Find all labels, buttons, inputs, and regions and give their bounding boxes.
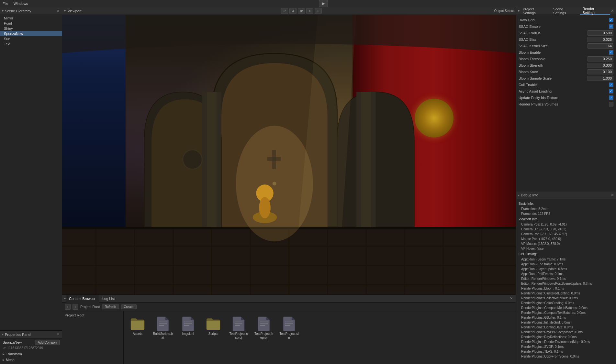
debug-close-button[interactable]: ✕ [611,193,614,197]
tab-project-settings[interactable]: Project Settings [520,7,550,15]
timing-item: Editor::RenderWindowsPostSceneUpdate: 0.… [519,281,613,286]
properties-panel: ▾ Properties Panel ✕ SponzaNew Add Compo… [0,330,62,364]
hierarchy-item-sun[interactable]: Sun [0,36,62,41]
tab-log-list[interactable]: Log List [99,295,118,303]
file-item[interactable]: TestProject.csproj [227,314,250,341]
menu-file[interactable]: File [3,2,8,6]
timing-item: RenderPlugins::TLAS: 0.1ms [519,349,613,354]
properties-header: ▾ Properties Panel ✕ [0,331,62,338]
tab-scene-settings[interactable]: Scene Settings [551,7,579,15]
cull-enable-checkbox[interactable] [609,83,613,87]
scene-hierarchy-header: ▾ Scene Hierarchy ✕ [0,7,62,15]
draw-grid-checkbox[interactable] [609,18,613,22]
left-panel: ▾ Scene Hierarchy ✕ Mirror Point Shiny S… [0,7,62,364]
file-item[interactable]: BuildScripts.bat [151,314,174,341]
ssao-enable-checkbox[interactable] [609,24,613,29]
hierarchy-item-text[interactable]: Text [0,41,62,47]
file-label: Assets [133,332,142,336]
render-settings-content: Draw Grid SSAO Enable SSAO Radius SSAO B… [516,15,616,192]
menu-windows[interactable]: Windows [14,2,28,6]
file-item[interactable]: imgui.ini [177,314,199,341]
timing-item: App::Run - PollEvents: 0.1ms [519,271,613,276]
select-circle-button[interactable]: ○ [306,8,313,14]
rotate-tool-button[interactable]: ↺ [289,8,297,14]
viewport-pin-icon: ▾ [64,9,66,13]
viewport-canvas[interactable] [62,15,516,294]
transform-component[interactable]: ▶ Transform [3,351,60,357]
timing-item: RenderPlugins::RayReflections: 0.0ms [519,335,613,339]
tab-content-browser[interactable]: Content Browser [66,295,99,303]
update-entity-ids-texture-checkbox[interactable] [609,95,613,100]
ssao-bias-input[interactable] [588,37,613,42]
hierarchy-list: Mirror Point Shiny SponzaNew Sun Text [0,15,62,330]
properties-content: SponzaNew Add Compon Id: 111613388171288… [0,338,62,364]
svg-rect-9 [361,92,371,227]
file-browser-sidebar: Project Root [62,311,124,364]
render-physics-volumes-checkbox[interactable] [609,102,613,106]
folder-icon [129,315,146,332]
bloom-sample-scale-row: Bloom Sample Scale [519,75,613,82]
camera-button[interactable]: □ [315,8,322,14]
update-entity-ids-texture-row: Update Entity Ids Texture [519,94,613,101]
bloom-enable-checkbox[interactable] [609,50,613,55]
file-item[interactable]: TestProject.heproj [252,314,275,341]
timing-item: RenderPlugins::ComputeTextBatches: 0.0ms [519,310,613,315]
right-close-button[interactable]: ✕ [611,9,614,13]
bloom-knee-input[interactable] [588,69,613,74]
properties-pin-icon: ▾ [2,333,4,336]
timing-item: RenderPlugins::ComputeMeshBatches: 0.0ms [519,305,613,310]
ssao-kernel-size-row: SSAO Kernel Size [519,43,613,49]
timing-item: RenderPlugins::GBuffer: 0.1ms [519,315,613,320]
right-pin-icon: ▾ [518,9,520,13]
bloom-sample-scale-input[interactable] [588,76,613,81]
hierarchy-item-point[interactable]: Point [0,21,62,26]
bloom-strength-input[interactable] [588,63,613,68]
svg-point-13 [273,182,276,185]
ssao-bias-label: SSAO Bias [519,38,588,41]
sidebar-project-root[interactable]: Project Root [65,313,121,318]
arch-scene-bg [62,15,516,294]
properties-close-button[interactable]: ✕ [56,332,60,337]
viewport-info-title: Viewport Info: [519,217,613,222]
timing-item: App::Run - Layer update: 0.8ms [519,267,613,271]
timing-item: RenderPlugins::ClusteredLighting: 0.0ms [519,291,613,296]
update-entity-ids-texture-label: Update Entity Ids Texture [519,96,609,100]
nav-forward-button[interactable]: › [73,304,78,310]
mouse-pos-value: Mouse Pos: (1876.0, 460.0) [519,237,613,241]
async-asset-loading-checkbox[interactable] [609,89,613,94]
hierarchy-item-mirror[interactable]: Mirror [0,16,62,21]
bloom-threshold-input[interactable] [588,56,613,61]
file-item[interactable]: Scripts [202,314,225,341]
bottom-close-button[interactable]: ✕ [509,296,514,301]
debug-title: Debug Info [521,193,538,197]
add-component-button[interactable]: Add Compon [35,340,60,345]
ssao-kernel-size-input[interactable] [588,43,613,49]
timing-item: RenderPlugins::RayPBRComposite: 0.0ms [519,330,613,335]
nav-back-button[interactable]: ‹ [65,304,71,310]
async-asset-loading-row: Async Asset Loading [519,88,613,94]
hierarchy-item-shiny[interactable]: Shiny [0,26,62,31]
scene-svg [62,15,516,294]
hierarchy-item-sponzanew[interactable]: SponzaNew [0,31,62,36]
properties-title: Properties Panel [5,333,54,336]
mesh-component[interactable]: ▶ Mesh [3,357,60,363]
viewport-header: ▾ Viewport ⤢ ↺ ⟳ ○ □ Output Select [62,7,516,15]
file-item[interactable]: TestProject.sln [278,314,300,341]
basic-info-title: Basic Info: [519,201,613,206]
transform-tool-button[interactable]: ⤢ [281,8,288,14]
create-button[interactable]: Create [121,304,137,309]
debug-header: ▾ Debug Info ✕ [516,192,616,199]
file-item[interactable]: Assets [126,314,149,341]
file-icon-element [255,315,272,332]
vp-mouse-value: VP Mouse: (1302.0, 378.0) [519,241,613,246]
scene-hierarchy-close-button[interactable]: ✕ [56,9,60,13]
draw-grid-label: Draw Grid [519,18,609,22]
async-asset-loading-label: Async Asset Loading [519,89,609,93]
svg-rect-7 [207,92,217,227]
ssao-radius-input[interactable] [588,30,613,36]
scale-tool-button[interactable]: ⟳ [298,8,305,14]
refresh-button[interactable]: Refresh [102,304,119,309]
tab-render-settings[interactable]: Render Settings [580,7,610,15]
timing-item: RenderPlugins::InfiniteGrid: 0.0ms [519,320,613,325]
play-button[interactable]: ▶ [319,0,328,7]
